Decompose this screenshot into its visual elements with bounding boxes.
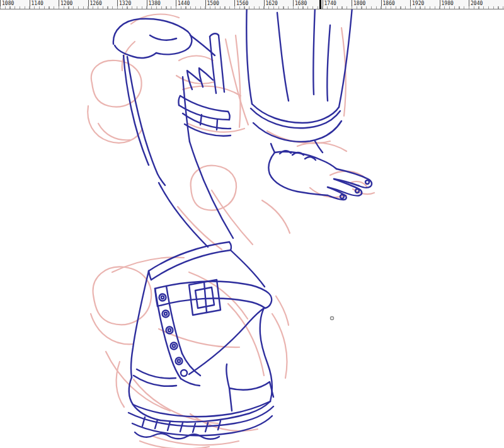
ruler-label: 1440	[176, 0, 190, 9]
ruler-label: 2040	[469, 0, 483, 9]
ruler-label: 1260	[88, 0, 102, 9]
ruler-label: 1560	[234, 0, 248, 9]
ruler-label: 1080	[0, 0, 14, 9]
ruler-label: 1740	[323, 0, 336, 9]
artwork	[0, 0, 504, 448]
ruler-label: 1800	[352, 0, 365, 9]
ruler-label: 1680	[293, 0, 307, 9]
ruler-label: 1500	[205, 0, 219, 9]
ruler-label: 1860	[381, 0, 395, 9]
ruler-label: 1320	[117, 0, 131, 9]
ink-layer	[113, 0, 372, 439]
ruler-label: 1980	[440, 0, 454, 9]
ruler-label: 1620	[264, 0, 278, 9]
drawing-canvas[interactable]	[0, 0, 504, 448]
ruler-cursor-marker	[319, 0, 321, 9]
ruler-label: 1920	[410, 0, 424, 9]
ruler-label: 1140	[30, 0, 43, 9]
horizontal-ruler[interactable]: 1080 1140 1200 1260 1320 1380 1440 1500 …	[0, 0, 504, 9]
cursor-dot	[331, 317, 334, 320]
ruler-label: 1380	[147, 0, 161, 9]
ruler-label: 1200	[59, 0, 72, 9]
